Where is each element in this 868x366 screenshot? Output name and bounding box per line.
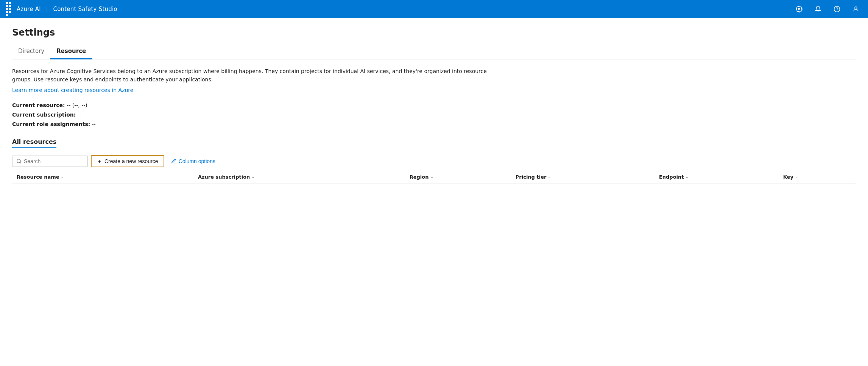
topbar-divider: | [46, 6, 48, 12]
svg-point-0 [798, 8, 800, 10]
current-role-label: Current role assignments: [12, 121, 90, 127]
topbar-icons [793, 3, 862, 15]
current-resource-value: -- (--, --) [67, 102, 87, 108]
current-role-value: -- [92, 121, 96, 127]
toolbar: Create a new resource Column options [12, 155, 856, 167]
page-title: Settings [12, 27, 856, 38]
description-text: Resources for Azure Cognitive Services b… [12, 67, 504, 84]
sort-icon-endpoint: ⌄ [686, 175, 689, 179]
current-subscription-value: -- [78, 112, 81, 118]
col-resource-name[interactable]: Resource name ⌄ [12, 170, 193, 184]
svg-point-4 [17, 159, 20, 163]
tab-directory[interactable]: Directory [12, 44, 50, 59]
create-new-resource-button[interactable]: Create a new resource [91, 155, 164, 167]
learn-more-link[interactable]: Learn more about creating resources in A… [12, 87, 133, 93]
col-endpoint[interactable]: Endpoint ⌄ [655, 170, 779, 184]
app-subtitle: Content Safety Studio [53, 6, 117, 12]
search-icon [16, 159, 22, 164]
column-options-label: Column options [179, 158, 215, 164]
table-header-row: Resource name ⌄ Azure subscription ⌄ Reg… [12, 170, 856, 184]
topbar: Azure AI | Content Safety Studio [0, 0, 868, 18]
main-content: Settings Directory Resource Resources fo… [0, 18, 868, 193]
sort-icon-region: ⌄ [430, 175, 433, 179]
app-name: Azure AI [17, 6, 41, 12]
sort-icon-azure-subscription: ⌄ [251, 175, 254, 179]
col-key[interactable]: Key ⌄ [779, 170, 856, 184]
help-icon[interactable] [831, 3, 843, 15]
column-options-icon [171, 159, 176, 164]
waffle-menu[interactable] [6, 2, 13, 16]
svg-line-5 [20, 162, 21, 164]
resource-table: Resource name ⌄ Azure subscription ⌄ Reg… [12, 170, 856, 184]
tabs: Directory Resource [12, 44, 856, 59]
col-region[interactable]: Region ⌄ [405, 170, 511, 184]
sort-icon-pricing-tier: ⌄ [548, 175, 551, 179]
col-pricing-tier[interactable]: Pricing tier ⌄ [511, 170, 655, 184]
create-button-label: Create a new resource [104, 158, 158, 164]
sort-icon-resource-name: ⌄ [61, 175, 64, 179]
plus-icon [97, 159, 102, 164]
current-resource-label: Current resource: [12, 102, 65, 108]
all-resources-section: All resources Create a new resource [12, 138, 856, 184]
sort-icon-key: ⌄ [795, 175, 798, 179]
settings-icon[interactable] [793, 3, 805, 15]
account-icon[interactable] [850, 3, 862, 15]
resource-info: Current resource: -- (--, --) Current su… [12, 101, 856, 129]
svg-point-3 [855, 7, 857, 9]
tab-resource[interactable]: Resource [50, 44, 92, 59]
search-box [12, 156, 88, 167]
notifications-icon[interactable] [812, 3, 824, 15]
col-azure-subscription[interactable]: Azure subscription ⌄ [193, 170, 405, 184]
current-subscription-label: Current subscription: [12, 112, 76, 118]
section-title: All resources [12, 138, 56, 148]
column-options-button[interactable]: Column options [167, 156, 219, 167]
search-input[interactable] [24, 158, 84, 164]
